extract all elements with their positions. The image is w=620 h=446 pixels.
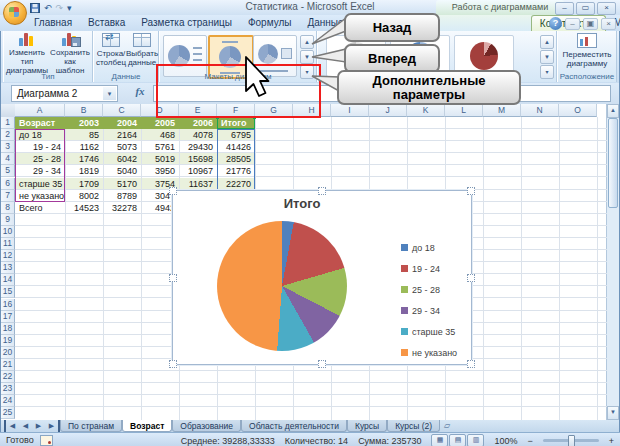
column-header-I[interactable]: I	[331, 104, 369, 117]
vertical-scroll-thumb[interactable]	[608, 118, 618, 208]
row-header-3[interactable]: 3	[1, 141, 15, 153]
scroll-down-button[interactable]: ▼	[607, 406, 619, 420]
vertical-scrollbar[interactable]: ▲ ▼	[606, 104, 619, 420]
zoom-out-icon[interactable]: −	[527, 436, 532, 446]
chart-legend[interactable]: до 1819 - 2425 - 2829 - 34старше 35не ук…	[401, 237, 457, 363]
tab-Формулы[interactable]: Формулы	[240, 15, 300, 31]
row-header-21[interactable]: 21	[1, 359, 15, 371]
cell-A4[interactable]: 25 - 28	[15, 153, 65, 165]
save-as-template-button[interactable]: Сохранить как шаблон	[49, 33, 91, 75]
change-chart-type-button[interactable]: Изменить тип диаграммы	[6, 33, 48, 75]
close-button[interactable]: ×	[597, 2, 616, 15]
cell-E5[interactable]: 10967	[179, 165, 217, 177]
cell-E3[interactable]: 29430	[179, 141, 217, 153]
chart-selection-handle[interactable]	[318, 187, 326, 195]
name-box[interactable]: Диаграмма 2▾	[11, 85, 118, 102]
row-header-2[interactable]: 2	[1, 129, 15, 141]
cell-C1[interactable]: 2004	[103, 117, 141, 129]
legend-item[interactable]: 25 - 28	[401, 279, 457, 300]
cell-F6[interactable]: 22270	[217, 178, 255, 190]
row-header-17[interactable]: 17	[1, 311, 15, 323]
next-sheet-icon[interactable]: ▶	[32, 420, 45, 432]
row-header-25[interactable]: 25	[1, 407, 15, 419]
cell-C2[interactable]: 2164	[103, 129, 141, 141]
tab-Вставка[interactable]: Вставка	[80, 15, 133, 31]
row-header-22[interactable]: 22	[1, 371, 15, 383]
row-header-23[interactable]: 23	[1, 383, 15, 395]
cell-B8[interactable]: 14523	[65, 202, 103, 214]
select-data-button[interactable]: Выбрать данные	[127, 33, 157, 67]
workbook-close-button[interactable]: ×	[601, 18, 616, 30]
move-chart-button[interactable]: Переместить диаграмму	[562, 33, 612, 68]
row-header-10[interactable]: 10	[1, 226, 15, 238]
macro-record-icon[interactable]	[40, 435, 53, 446]
row-header-9[interactable]: 9	[1, 214, 15, 226]
column-header-N[interactable]: N	[521, 104, 559, 117]
row-header-6[interactable]: 6	[1, 178, 15, 190]
row-header-15[interactable]: 15	[1, 286, 15, 298]
cell-C3[interactable]: 5073	[103, 141, 141, 153]
select-all-corner[interactable]	[1, 104, 16, 118]
help-icon[interactable]: ?	[549, 17, 562, 30]
cell-A5[interactable]: 29 - 34	[15, 165, 65, 177]
row-header-7[interactable]: 7	[1, 190, 15, 202]
chart-selection-handle[interactable]	[169, 187, 177, 195]
last-sheet-icon[interactable]: ▶	[45, 420, 60, 432]
cell-B3[interactable]: 1162	[65, 141, 103, 153]
cell-E1[interactable]: 2006	[179, 117, 217, 129]
zoom-in-icon[interactable]: +	[609, 436, 614, 446]
cell-B5[interactable]: 1819	[65, 165, 103, 177]
column-header-C[interactable]: C	[103, 104, 141, 117]
workbook-restore-button[interactable]: ▣	[583, 18, 598, 30]
prev-sheet-icon[interactable]: ◀	[19, 420, 32, 432]
cell-C8[interactable]: 32278	[103, 202, 141, 214]
legend-item[interactable]: 19 - 24	[401, 258, 457, 279]
restore-button[interactable]: ▭	[576, 2, 595, 15]
cell-D2[interactable]: 468	[141, 129, 179, 141]
styles-scroll-down-button[interactable]: ▼	[540, 50, 554, 64]
row-header-14[interactable]: 14	[1, 274, 15, 286]
cell-B4[interactable]: 1746	[65, 153, 103, 165]
cell-C7[interactable]: 8789	[103, 190, 141, 202]
row-header-20[interactable]: 20	[1, 347, 15, 359]
cell-F2[interactable]: 6795	[217, 129, 255, 141]
legend-item[interactable]: старше 35	[401, 321, 457, 342]
cell-E2[interactable]: 4078	[179, 129, 217, 141]
sheet-tab-Курсы (2)[interactable]: Курсы (2)	[387, 420, 440, 432]
chart-selection-handle[interactable]	[169, 274, 177, 282]
chart-selection-handle[interactable]	[467, 274, 475, 282]
row-header-1[interactable]: 1	[1, 117, 15, 129]
sheet-tab-Область деятельности[interactable]: Область деятельности	[241, 420, 347, 432]
office-button[interactable]	[3, 1, 27, 25]
row-header-18[interactable]: 18	[1, 323, 15, 335]
sheet-tab-По странам[interactable]: По странам	[60, 420, 122, 432]
cell-D1[interactable]: 2005	[141, 117, 179, 129]
cell-E4[interactable]: 15698	[179, 153, 217, 165]
row-header-16[interactable]: 16	[1, 299, 15, 311]
minimize-button[interactable]: –	[555, 2, 574, 15]
legend-item[interactable]: не указано	[401, 342, 457, 363]
row-header-5[interactable]: 5	[1, 165, 15, 177]
cell-F3[interactable]: 41426	[217, 141, 255, 153]
row-header-11[interactable]: 11	[1, 238, 15, 250]
cell-A3[interactable]: 19 - 24	[15, 141, 65, 153]
chart-selection-handle[interactable]	[169, 360, 177, 368]
cell-C5[interactable]: 5040	[103, 165, 141, 177]
switch-row-column-button[interactable]: ⇄ Строка/столбец	[95, 33, 127, 67]
workbook-minimize-button[interactable]: –	[565, 18, 580, 30]
cell-B2[interactable]: 85	[65, 129, 103, 141]
zoom-slider[interactable]	[543, 439, 599, 442]
insert-worksheet-icon[interactable]: ▱	[440, 420, 454, 432]
sheet-tab-Образование[interactable]: Образование	[172, 420, 241, 432]
name-box-dropdown-icon[interactable]: ▾	[103, 87, 116, 100]
tab-Разметка страницы[interactable]: Разметка страницы	[133, 15, 240, 31]
row-header-8[interactable]: 8	[1, 202, 15, 214]
cell-B1[interactable]: 2003	[65, 117, 103, 129]
row-header-19[interactable]: 19	[1, 335, 15, 347]
legend-item[interactable]: 29 - 34	[401, 300, 457, 321]
cell-F5[interactable]: 21776	[217, 165, 255, 177]
column-header-M[interactable]: M	[483, 104, 521, 117]
cell-A6[interactable]: старше 35	[15, 178, 65, 190]
cell-C4[interactable]: 6042	[103, 153, 141, 165]
cell-F1[interactable]: Итого	[217, 117, 255, 129]
